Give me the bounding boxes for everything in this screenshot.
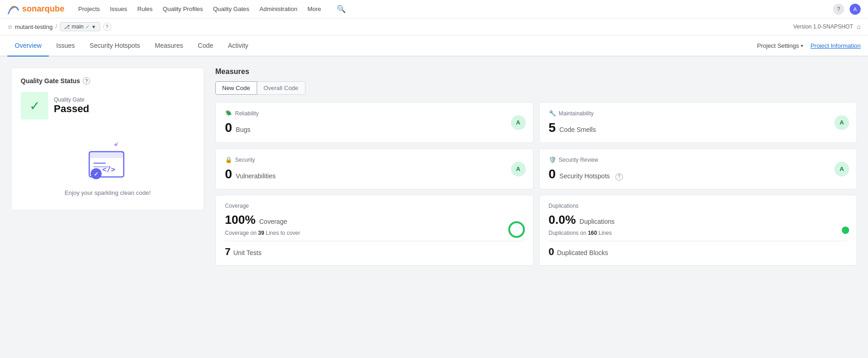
logo-icon [7,4,20,15]
coverage-pct: 100% [225,213,256,227]
coverage-unit: Coverage [259,218,287,225]
tab-issues[interactable]: Issues [49,35,82,57]
reliability-header: 🪲 Reliability [225,110,524,117]
duplications-status-dot [842,227,849,234]
project-breadcrumb[interactable]: ☆ mutant-testing [7,23,52,30]
unit-tests-label: Unit Tests [233,249,261,256]
tab-overview[interactable]: Overview [7,35,49,57]
duplications-lines-count: 160 [588,230,597,236]
security-review-header: 🛡️ Security Review [549,156,848,163]
security-grade: A [511,162,526,176]
user-avatar[interactable]: A [850,4,861,15]
security-review-value: 0 [549,167,556,182]
maintainability-card[interactable]: 🔧 Maintainability 5 Code Smells A [539,102,857,143]
top-navigation: sonarqube Projects Issues Rules Quality … [0,0,868,18]
gate-status: Passed [54,103,89,115]
reliability-unit: Bugs [236,126,251,133]
nav-administration[interactable]: Administration [255,4,302,14]
tab-security-hotspots[interactable]: Security Hotspots [82,35,148,57]
settings-chevron-icon: ▾ [801,43,803,48]
maintainability-grade: A [834,115,849,130]
tab-activity[interactable]: Activity [220,35,255,57]
security-review-unit: Security Hotspots [559,172,610,180]
security-card[interactable]: 🔒 Security 0 Vulnerabilities A [215,148,534,189]
nav-issues[interactable]: Issues [105,4,132,14]
nav-quality-gates[interactable]: Quality Gates [208,4,254,14]
security-value: 0 [225,167,232,182]
reliability-value: 0 [225,120,232,135]
dup-blocks-value: 0 [549,246,554,258]
coverage-lines-label: Coverage on [225,230,257,236]
nav-quality-profiles[interactable]: Quality Profiles [158,4,207,14]
security-review-card[interactable]: 🛡️ Security Review 0 Security Hotspots ?… [539,148,857,189]
project-settings-label: Project Settings [757,42,799,49]
maintainability-value: 5 [549,120,556,135]
maintainability-label: Maintainability [559,110,594,117]
sonarqube-logo[interactable]: sonarqube [7,4,64,15]
project-information-link[interactable]: Project Information [811,42,861,49]
coverage-lines-unit-text: Lines to cover [266,230,300,236]
security-review-help-icon[interactable]: ? [615,173,623,181]
reliability-label: Reliability [235,110,259,117]
branch-check-icon: ✓ [86,24,90,30]
svg-text:</>: </> [102,165,115,174]
maintainability-value-row: 5 Code Smells [549,120,848,135]
unit-tests-row: 7 Unit Tests [225,246,524,258]
reliability-grade: A [511,115,526,130]
measures-header: Measures [215,68,857,76]
nav-links: Projects Issues Rules Quality Profiles Q… [74,4,326,14]
gate-label: Quality Gate [54,97,89,103]
code-tabs: New Code Overall Code [215,81,857,95]
coverage-label: Coverage [225,203,249,209]
coverage-header: Coverage [225,203,524,209]
breadcrumb-separator: / [55,23,57,30]
branch-selector[interactable]: ⎇ main ✓ ▼ [60,22,100,31]
nav-more[interactable]: More [303,4,326,14]
main-content: Quality Gate Status ? ✓ Quality Gate Pas… [0,57,868,277]
coverage-card[interactable]: Coverage 100% Coverage Coverage on 39 Li… [215,195,534,266]
nav-left: sonarqube Projects Issues Rules Quality … [7,3,348,15]
duplications-lines-label: Duplications on [549,230,586,236]
breadcrumb-help[interactable]: ? [103,23,111,31]
reliability-value-row: 0 Bugs [225,120,524,135]
svg-text:✓: ✓ [94,171,98,177]
maintainability-icon: 🔧 [549,110,556,117]
tabs-left: Overview Issues Security Hotspots Measur… [7,35,256,56]
project-name[interactable]: mutant-testing [15,23,52,30]
gate-status-text: Quality Gate Passed [54,97,89,115]
nav-projects[interactable]: Projects [74,4,104,14]
duplications-value-row: 0.0% Duplications [549,213,848,227]
duplications-unit: Duplications [580,218,615,225]
new-code-tab[interactable]: New Code [215,81,257,95]
version-text: Version 1.0-SNAPSHOT [793,23,853,30]
quality-gate-help-icon[interactable]: ? [83,77,90,85]
tab-code[interactable]: Code [190,35,220,57]
svg-rect-4 [89,152,124,158]
dup-blocks-label: Duplicated Blocks [557,249,608,256]
search-button[interactable]: 🔍 [335,3,348,15]
nav-rules[interactable]: Rules [133,4,157,14]
maintainability-unit: Code Smells [559,126,596,133]
overall-code-tab[interactable]: Overall Code [257,81,305,95]
duplications-card[interactable]: Duplications 0.0% Duplications Duplicati… [539,195,857,266]
project-settings-button[interactable]: Project Settings ▾ [757,42,803,49]
branch-dropdown-icon: ▼ [92,24,96,29]
branch-type-icon: ⎇ [64,24,70,30]
security-unit: Vulnerabilities [236,172,276,180]
svg-point-11 [509,222,524,237]
duplications-lines-unit-text: Lines [598,230,612,236]
reliability-card[interactable]: 🪲 Reliability 0 Bugs A [215,102,534,143]
maintainability-header: 🔧 Maintainability [549,110,848,117]
security-review-label: Security Review [559,157,598,163]
left-panel: Quality Gate Status ? ✓ Quality Gate Pas… [11,68,204,266]
security-review-grade: A [834,162,849,176]
duplications-lines-sub: Duplications on 160 Lines [549,230,848,236]
home-icon[interactable]: ⌂ [857,23,861,30]
help-button[interactable]: ? [833,4,844,15]
tab-measures[interactable]: Measures [148,35,190,57]
tabs-right: Project Settings ▾ Project Information [757,42,861,49]
security-review-value-row: 0 Security Hotspots ? [549,167,848,182]
dup-blocks-row: 0 Duplicated Blocks [549,246,848,258]
version-info: Version 1.0-SNAPSHOT ⌂ [793,23,861,30]
clean-code-message: Enjoy your sparkling clean code! [64,189,150,196]
